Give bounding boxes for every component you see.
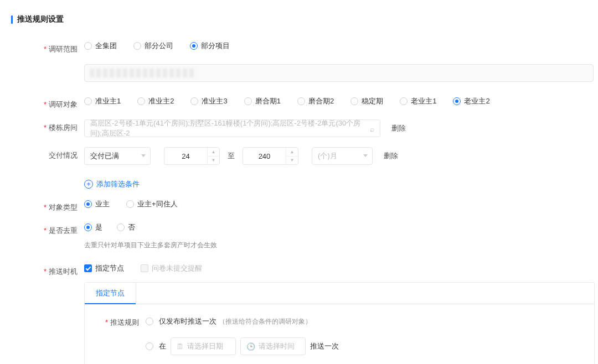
pushrule-date-input[interactable]: 🗓 请选择日期 xyxy=(171,337,236,355)
timing-checkbox-node[interactable]: 指定节点 xyxy=(84,263,124,273)
plus-icon: + xyxy=(84,180,93,189)
pushrule-time-input[interactable]: 🕒 请选择时间 xyxy=(240,337,306,355)
checkbox-label: 指定节点 xyxy=(95,263,124,273)
radio-icon xyxy=(400,97,408,105)
building-delete-link[interactable]: 删除 xyxy=(391,123,406,133)
delivery-unit-value: (个)月 xyxy=(318,151,337,161)
radio-icon xyxy=(190,42,198,50)
scope-radio-project[interactable]: 部分项目 xyxy=(190,41,230,51)
chevron-down-icon xyxy=(363,154,368,157)
targets-label: 调研对象 xyxy=(11,96,84,110)
objtype-radio-owner[interactable]: 业主 xyxy=(84,199,110,209)
radio-label: 否 xyxy=(128,222,135,232)
checkbox-label: 问卷未提交提醒 xyxy=(152,263,202,273)
dedupe-note: 去重只针对单项目下业主多套房产时才会生效 xyxy=(84,241,217,250)
spacer xyxy=(11,64,84,67)
stepper-up-icon[interactable]: ▲ xyxy=(208,148,219,157)
range-separator: 至 xyxy=(224,151,238,161)
dedupe-radio-yes[interactable]: 是 xyxy=(84,222,102,232)
delivery-unit-select[interactable]: (个)月 xyxy=(312,147,373,165)
scope-radio-company[interactable]: 部分公司 xyxy=(133,41,173,51)
radio-icon xyxy=(84,97,92,105)
radio-label: 全集团 xyxy=(95,41,117,51)
delivery-to-stepper[interactable]: 240 ▲▼ xyxy=(243,147,298,165)
delivery-status-select[interactable]: 交付已满 xyxy=(84,147,151,165)
target-radio-3[interactable]: 磨合期1 xyxy=(244,96,281,106)
radio-icon xyxy=(84,42,92,50)
checkbox-icon xyxy=(84,264,92,272)
target-radio-6[interactable]: 老业主1 xyxy=(400,96,436,106)
radio-icon xyxy=(84,223,92,231)
date-placeholder: 请选择日期 xyxy=(187,341,223,351)
building-value: 高层区-2号楼-1单元(41个房间);别墅区-161幢楼(1个房间);高层区-2… xyxy=(90,118,364,138)
target-radio-0[interactable]: 准业主1 xyxy=(84,96,121,106)
redacted-content xyxy=(90,69,195,77)
header-accent-bar xyxy=(11,15,13,24)
scope-radio-all[interactable]: 全集团 xyxy=(84,41,117,51)
stepper-value: 24 xyxy=(164,152,207,160)
pushrule-radio-once[interactable]: 仅发布时推送一次 （推送给符合条件的调研对象） xyxy=(146,316,312,326)
timing-checkbox-reminder: 问卷未提交提醒 xyxy=(141,263,202,273)
building-select[interactable]: 高层区-2号楼-1单元(41个房间);别墅区-161幢楼(1个房间);高层区-2… xyxy=(84,119,380,137)
pushrule-opt1-hint: （推送给符合条件的调研对象） xyxy=(219,317,312,326)
stepper-up-icon[interactable]: ▲ xyxy=(286,148,298,157)
stepper-down-icon[interactable]: ▼ xyxy=(286,157,298,165)
section-header: 推送规则设置 xyxy=(11,14,587,24)
radio-label: 部分公司 xyxy=(145,41,173,51)
add-filter-label: 添加筛选条件 xyxy=(96,179,140,189)
target-radio-7[interactable]: 老业主2 xyxy=(453,96,489,106)
target-radio-5[interactable]: 稳定期 xyxy=(350,96,383,106)
delivery-status-value: 交付已满 xyxy=(90,151,119,161)
radio-label: 部分项目 xyxy=(201,41,230,51)
radio-label: 磨合期2 xyxy=(308,96,334,106)
timing-label: 推送时机 xyxy=(11,263,84,277)
delivery-delete-link[interactable]: 删除 xyxy=(384,151,398,161)
chevron-down-icon xyxy=(141,154,146,157)
objtype-radio-owner-cohab[interactable]: 业主+同住人 xyxy=(126,199,178,209)
radio-icon xyxy=(453,97,461,105)
radio-label: 业主 xyxy=(95,199,110,209)
radio-label: 业主+同住人 xyxy=(137,199,178,209)
radio-label: 准业主3 xyxy=(202,96,227,106)
pushrule-label: 推送规则 xyxy=(96,316,146,327)
checkbox-icon xyxy=(141,264,148,272)
scope-label: 调研范围 xyxy=(11,41,84,54)
delivery-from-stepper[interactable]: 24 ▲▼ xyxy=(164,147,220,165)
page-title: 推送规则设置 xyxy=(17,14,64,24)
stepper-value: 240 xyxy=(243,152,286,160)
radio-icon xyxy=(190,97,198,105)
radio-label: 是 xyxy=(95,222,102,232)
radio-label: 老业主2 xyxy=(464,96,489,106)
dedupe-radio-no[interactable]: 否 xyxy=(117,222,135,232)
radio-icon xyxy=(146,318,153,325)
pushrule-opt2-prefix: 在 xyxy=(159,341,166,351)
time-placeholder: 请选择时间 xyxy=(259,341,295,351)
radio-icon xyxy=(297,97,305,105)
dedupe-label: 是否去重 xyxy=(11,222,84,236)
radio-label: 稳定期 xyxy=(362,96,383,106)
target-radio-2[interactable]: 准业主3 xyxy=(190,96,227,106)
spacer xyxy=(11,175,84,178)
radio-icon xyxy=(117,223,125,231)
clock-icon: 🕒 xyxy=(246,342,255,351)
radio-label: 准业主2 xyxy=(148,96,174,106)
pushrule-opt2-suffix: 推送一次 xyxy=(310,341,339,351)
radio-label: 准业主1 xyxy=(95,96,121,106)
search-icon: ⌕ xyxy=(370,124,374,133)
add-filter-button[interactable]: + 添加筛选条件 xyxy=(84,179,140,189)
radio-icon xyxy=(126,200,134,208)
tab-specified-node[interactable]: 指定节点 xyxy=(85,283,136,304)
stepper-down-icon[interactable]: ▼ xyxy=(208,157,219,165)
target-radio-4[interactable]: 磨合期2 xyxy=(297,96,334,106)
radio-icon xyxy=(84,200,92,208)
radio-icon xyxy=(146,342,153,350)
building-label: 楼栋房间 xyxy=(11,119,84,133)
calendar-icon: 🗓 xyxy=(177,342,184,351)
radio-label: 老业主1 xyxy=(411,96,436,106)
objtype-label: 对象类型 xyxy=(11,199,84,212)
target-radio-1[interactable]: 准业主2 xyxy=(137,96,174,106)
pushrule-radio-at[interactable]: 在 🗓 请选择日期 🕒 请选择时间 xyxy=(146,337,339,355)
timing-tabs: 指定节点 推送规则 仅发布时推送一次 （推送给符合条件的调研对象） 在 xyxy=(84,282,595,364)
scope-value-input[interactable] xyxy=(84,64,594,82)
radio-icon xyxy=(350,97,358,105)
